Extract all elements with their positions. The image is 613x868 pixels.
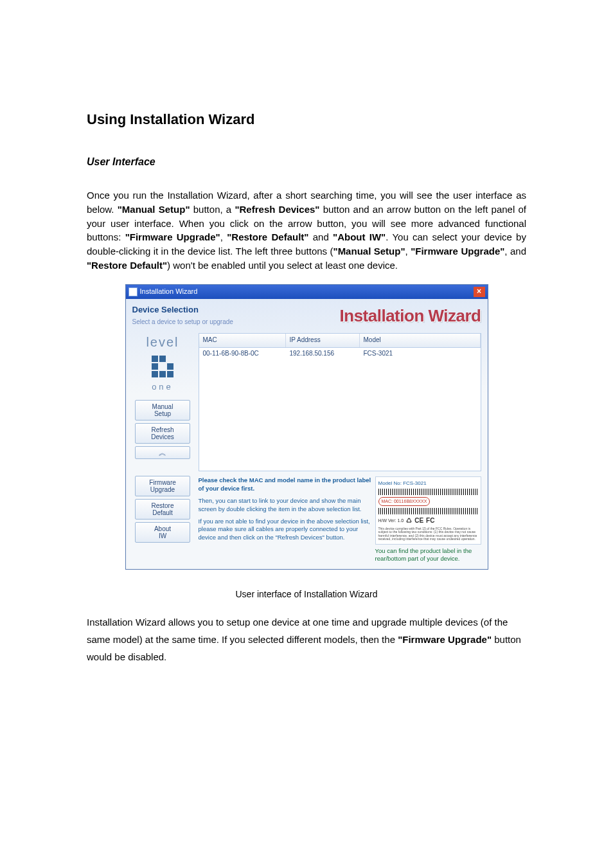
- col-model[interactable]: Model: [360, 334, 481, 347]
- label-model-text: Model No: FCS-3021: [378, 480, 478, 487]
- list-header: MAC IP Address Model: [199, 334, 481, 348]
- product-label-panel: Model No: FCS-3021 MAC: 00116B8XXXXX H/W…: [375, 476, 481, 563]
- recycle-icon: ♺: [406, 516, 412, 526]
- barcode-icon: [378, 508, 478, 514]
- text-bold: "Restore Default": [227, 231, 308, 242]
- collapse-arrow-button[interactable]: ︽: [135, 446, 190, 459]
- text-bold: "About IW": [333, 231, 386, 242]
- device-list[interactable]: MAC IP Address Model 00-11-6B-90-8B-0C 1…: [199, 333, 481, 471]
- figure-caption: User interface of Installation Wizard: [87, 588, 526, 601]
- cell-ip: 192.168.50.156: [286, 348, 360, 360]
- restore-default-button[interactable]: Restore Default: [135, 499, 190, 520]
- text-bold: "Refresh Devices": [235, 204, 319, 215]
- barcode-icon: [378, 489, 478, 495]
- label-hint-text: You can find the product label in the re…: [375, 547, 481, 563]
- text-bold: "Restore Default": [87, 260, 167, 271]
- app-icon: [129, 287, 138, 296]
- hint-line: If you are not able to find your device …: [199, 518, 371, 542]
- logo-icon: [152, 356, 173, 377]
- fcc-icon: FC: [426, 516, 434, 526]
- col-mac[interactable]: MAC: [199, 334, 286, 347]
- refresh-devices-button[interactable]: Refresh Devices: [135, 423, 190, 444]
- close-button[interactable]: ×: [474, 287, 485, 297]
- label-mac-text: MAC: 00116B8XXXXX: [378, 497, 431, 506]
- text: button, a: [190, 204, 235, 215]
- hint-text: Please check the MAC and model name in t…: [199, 476, 371, 563]
- logo-text-top: level: [146, 333, 179, 352]
- label-fineprint: This device complies with Part 15 of the…: [378, 527, 478, 541]
- titlebar: Installation Wizard ×: [126, 285, 488, 299]
- text-bold: "Manual Setup": [118, 204, 190, 215]
- intro-paragraph: Once you run the Installation Wizard, af…: [87, 188, 526, 273]
- device-selection-subtitle: Select a device to setup or upgrade: [132, 318, 233, 327]
- brand-title: Installation Wizard: [340, 304, 481, 329]
- wizard-window: Installation Wizard × Device Selection S…: [125, 284, 488, 570]
- hint-line: Please check the MAC and model name in t…: [199, 476, 371, 492]
- about-iw-button[interactable]: About IW: [135, 522, 190, 543]
- product-label-box: Model No: FCS-3021 MAC: 00116B8XXXXX H/W…: [375, 476, 481, 544]
- text: , and: [504, 246, 526, 257]
- sidebar: level one Manual Setup Refresh Devices ︽…: [132, 333, 193, 563]
- label-hw-text: H/W Ver: 1.0: [378, 518, 404, 524]
- col-ip[interactable]: IP Address: [286, 334, 360, 347]
- firmware-upgrade-button[interactable]: Firmware Upgrade: [135, 476, 190, 496]
- text-bold: "Manual Setup": [333, 246, 405, 257]
- window-title: Installation Wizard: [140, 287, 198, 297]
- cell-mac: 00-11-6B-90-8B-0C: [199, 348, 286, 360]
- chevron-up-icon: ︽: [159, 449, 166, 457]
- cell-model: FCS-3021: [360, 348, 481, 360]
- text: and: [308, 231, 333, 242]
- section-subtitle: User Interface: [87, 154, 526, 169]
- device-selection-title: Device Selection: [132, 304, 233, 316]
- ce-icon: CE: [414, 516, 423, 526]
- text: ) won't be enabled until you select at l…: [167, 260, 398, 271]
- text-bold: "Firmware Upgrade": [125, 231, 220, 242]
- table-row[interactable]: 00-11-6B-90-8B-0C 192.168.50.156 FCS-302…: [199, 348, 481, 360]
- manual-setup-button[interactable]: Manual Setup: [135, 400, 190, 420]
- outro-paragraph: Installation Wizard allows you to setup …: [87, 613, 526, 665]
- close-icon: ×: [477, 286, 481, 297]
- page-title: Using Installation Wizard: [87, 109, 526, 130]
- text-bold: "Firmware Upgrade": [411, 246, 504, 257]
- hint-line: Then, you can start to link to your devi…: [199, 497, 371, 514]
- text: ,: [405, 246, 411, 257]
- text-bold: "Firmware Upgrade": [398, 634, 492, 645]
- logo-text-bottom: one: [152, 381, 173, 393]
- text: ,: [220, 231, 227, 242]
